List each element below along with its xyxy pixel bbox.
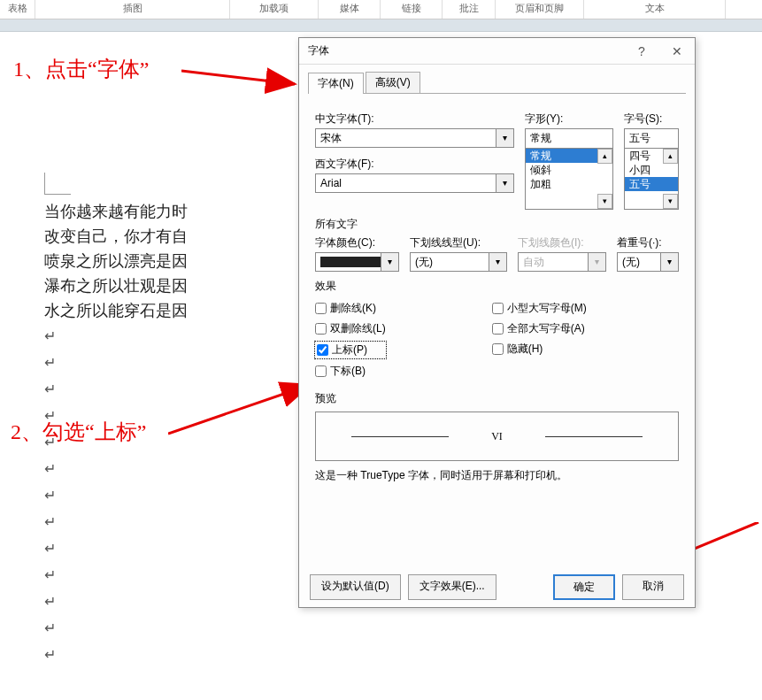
text-effects-button[interactable]: 文字效果(E)... [408,574,496,600]
emphasis-combo[interactable]: (无) ▾ [617,252,679,272]
color-swatch [320,257,381,267]
chk-superscript[interactable]: 上标(P) [315,342,386,358]
underline-combo[interactable]: (无) ▾ [410,252,507,272]
paragraph-mark: ↵ [44,509,292,535]
doc-line: 瀑布之所以壮观是因 [44,273,292,298]
ribbon-group-table[interactable]: 表格 [0,0,35,19]
chk-hidden[interactable]: 隐藏(H) [492,342,587,357]
scroll-down-icon[interactable]: ▾ [663,194,678,209]
paragraph-mark: ↵ [44,562,292,588]
doc-line: 喷泉之所以漂亮是因 [44,249,292,273]
chk-smallcaps[interactable]: 小型大写字母(M) [492,301,587,316]
dialog-title: 字体 [308,43,624,58]
set-default-button[interactable]: 设为默认值(D) [310,574,401,600]
paragraph-mark: ↵ [44,403,292,429]
chk-strike[interactable]: 删除线(K) [315,301,386,316]
size-item[interactable]: 小四 [625,163,678,177]
paragraph-mark: ↵ [44,535,292,562]
label-preview: 预览 [315,391,679,406]
ribbon-group-text[interactable]: 文本 [584,0,726,19]
label-ulcolor: 下划线颜色(I): [518,235,606,250]
tab-font[interactable]: 字体(N) [308,73,364,94]
size-item[interactable]: 五号 [625,177,678,191]
preview-text: VI [491,430,503,443]
close-button[interactable]: ✕ [659,38,695,65]
preview-footnote: 这是一种 TrueType 字体，同时适用于屏幕和打印机。 [315,468,679,483]
paragraph-mark: ↵ [44,615,292,642]
scroll-up-icon[interactable]: ▴ [597,149,612,164]
label-style: 字形(Y): [525,112,613,127]
latin-font-combo[interactable]: Arial ▾ [315,173,514,193]
ribbon-group-illustrations[interactable]: 插图 [35,0,230,19]
label-color: 字体颜色(C): [315,235,399,250]
cancel-button[interactable]: 取消 [622,574,684,600]
cjk-font-combo[interactable]: 宋体 ▾ [315,128,514,148]
tab-advanced[interactable]: 高级(V) [366,72,420,93]
paragraph-mark: ↵ [44,376,292,403]
paragraph-mark: ↵ [44,482,292,509]
paragraph-mark: ↵ [44,350,292,376]
ok-button[interactable]: 确定 [553,574,615,600]
ribbon-strip [0,19,762,32]
help-button[interactable]: ? [624,38,659,65]
color-combo[interactable]: ▾ [315,252,399,272]
cjk-font-value: 宋体 [320,131,496,146]
titlebar: 字体 ? ✕ [299,38,695,65]
annotation-1: 1、点击“字体” [13,55,149,83]
label-cjk-font: 中文字体(T): [315,112,514,127]
label-effects: 效果 [315,279,679,294]
ribbon-group-media[interactable]: 媒体 [319,0,381,19]
font-dialog: 字体 ? ✕ 字体(N) 高级(V) 中文字体(T): 宋体 ▾ 西文字体(F)… [298,37,696,608]
dropdown-icon: ▾ [496,129,513,147]
dropdown-icon: ▾ [381,253,398,271]
tab-strip: 字体(N) 高级(V) [308,72,686,94]
dropdown-icon: ▾ [489,253,506,271]
style-item[interactable]: 倾斜 [526,163,612,177]
page-corner [44,173,71,195]
size-listbox[interactable]: 四号 小四 五号 ▴ ▾ [624,148,679,210]
label-all-text: 所有文字 [315,217,679,232]
dropdown-icon: ▾ [660,253,678,271]
ribbon-group-links[interactable]: 链接 [381,0,443,19]
style-input[interactable]: 常规 [525,128,613,148]
font-panel: 中文字体(T): 宋体 ▾ 西文字体(F): Arial ▾ 字形(Y): 常规… [299,94,695,567]
preview-rule [351,436,449,437]
paragraph-mark: ↵ [44,642,292,668]
arrow-1 [181,53,305,97]
doc-line: 水之所以能穿石是因 [44,298,292,323]
ulcolor-combo: 自动 ▾ [518,252,606,272]
paragraph-mark: ↵ [44,456,292,482]
scroll-up-icon[interactable]: ▴ [663,149,678,164]
size-input[interactable]: 五号 [624,128,679,148]
chk-allcaps[interactable]: 全部大写字母(A) [492,321,587,336]
paragraph-mark: ↵ [44,588,292,615]
label-latin-font: 西文字体(F): [315,157,514,172]
paragraph-mark: ↵ [44,429,292,456]
scroll-down-icon[interactable]: ▾ [597,194,612,209]
paragraph-mark: ↵ [44,323,292,350]
chk-subscript[interactable]: 下标(B) [315,364,386,379]
latin-font-value: Arial [320,177,496,189]
doc-line: 改变自己，你才有自 [44,224,292,249]
dropdown-icon: ▾ [588,253,605,271]
ribbon-group-addins[interactable]: 加载项 [230,0,319,19]
ribbon-group-headerfooter[interactable]: 页眉和页脚 [496,0,584,19]
style-listbox[interactable]: 常规 倾斜 加粗 ▴ ▾ [525,148,613,210]
label-underline: 下划线线型(U): [410,235,507,250]
style-item[interactable]: 加粗 [526,177,612,191]
preview-box: VI [315,412,679,461]
button-bar: 设为默认值(D) 文字效果(E)... 确定 取消 [299,567,695,607]
svg-line-1 [181,71,295,84]
label-emphasis: 着重号(·): [617,235,679,250]
label-size: 字号(S): [624,112,679,127]
ribbon-group-comments[interactable]: 批注 [443,0,496,19]
ribbon-bar: 表格 插图 加载项 媒体 链接 批注 页眉和页脚 文本 [0,0,762,19]
doc-line: 当你越来越有能力时 [44,199,292,224]
dropdown-icon: ▾ [496,174,513,192]
chk-dstrike[interactable]: 双删除线(L) [315,321,386,336]
preview-rule [545,436,643,437]
document-body[interactable]: 当你越来越有能力时 改变自己，你才有自 喷泉之所以漂亮是因 瀑布之所以壮观是因 … [44,199,292,668]
